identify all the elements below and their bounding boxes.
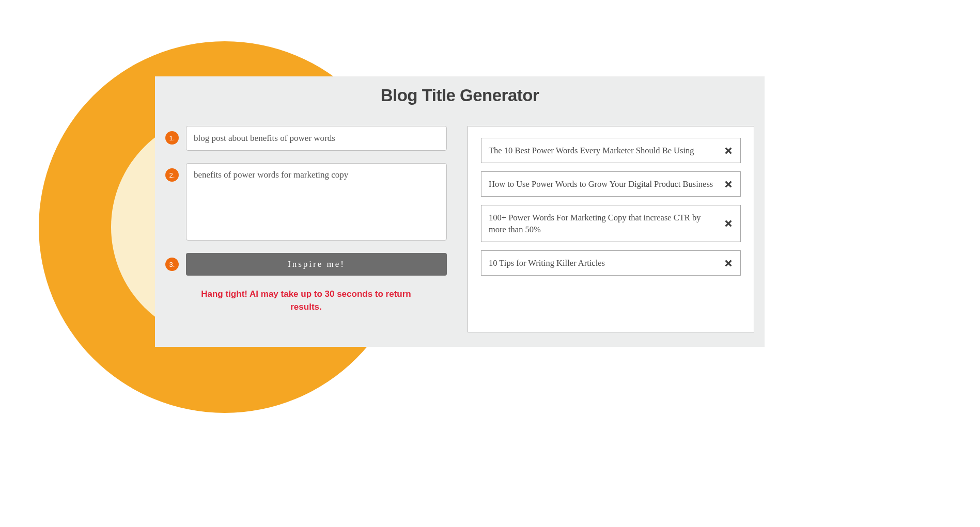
topic-input[interactable]: [186, 126, 447, 151]
close-icon[interactable]: [724, 259, 733, 268]
app-card: Blog Title Generator 1. 2. 3. Inspire me…: [155, 76, 765, 347]
step-1-row: 1.: [165, 126, 447, 151]
inspire-button[interactable]: Inspire me!: [186, 253, 447, 276]
result-text: The 10 Best Power Words Every Marketer S…: [489, 145, 694, 156]
status-message: Hang tight! AI may take up to 30 seconds…: [165, 288, 447, 313]
result-item: 100+ Power Words For Marketing Copy that…: [481, 205, 741, 242]
page-title: Blog Title Generator: [165, 86, 754, 105]
result-text: 10 Tips for Writing Killer Articles: [489, 257, 605, 269]
close-icon[interactable]: [724, 180, 733, 189]
close-icon[interactable]: [724, 219, 733, 228]
main-columns: 1. 2. 3. Inspire me! Hang tight! AI may …: [165, 126, 754, 332]
result-text: 100+ Power Words For Marketing Copy that…: [489, 212, 718, 235]
results-panel: The 10 Best Power Words Every Marketer S…: [468, 126, 754, 332]
result-item: 10 Tips for Writing Killer Articles: [481, 250, 741, 276]
step-1-badge: 1.: [165, 131, 179, 145]
step-2-badge: 2.: [165, 168, 179, 182]
step-3-row: 3. Inspire me!: [165, 253, 447, 276]
step-3-badge: 3.: [165, 258, 179, 271]
result-item: How to Use Power Words to Grow Your Digi…: [481, 171, 741, 197]
result-text: How to Use Power Words to Grow Your Digi…: [489, 178, 713, 190]
step-2-row: 2.: [165, 163, 447, 241]
close-icon[interactable]: [724, 146, 733, 155]
result-item: The 10 Best Power Words Every Marketer S…: [481, 138, 741, 163]
description-textarea[interactable]: [186, 163, 447, 241]
form-column: 1. 2. 3. Inspire me! Hang tight! AI may …: [165, 126, 447, 313]
